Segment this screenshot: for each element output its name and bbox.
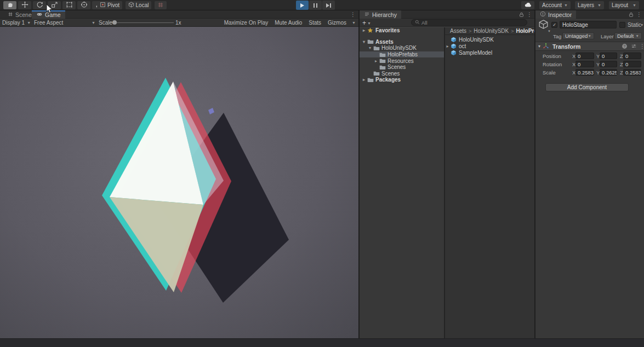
pane-menu-icon[interactable]: ⋮ bbox=[636, 12, 642, 18]
project-folder-item[interactable]: ▸Packages bbox=[360, 77, 444, 83]
foldout-open-icon[interactable]: ▾ bbox=[538, 44, 540, 49]
project-folder-item[interactable]: ▾HoloUnitySDK bbox=[360, 45, 444, 51]
chevron-down-icon: ▼ bbox=[632, 3, 636, 7]
tab-scene[interactable]: Scene bbox=[3, 10, 36, 19]
account-dropdown[interactable]: Account▼ bbox=[539, 1, 571, 9]
rotation-label: Rotation bbox=[543, 61, 562, 67]
prefab-icon bbox=[450, 37, 457, 43]
multi-transform-tool-button[interactable] bbox=[77, 1, 90, 9]
position-z-field[interactable]: 0 bbox=[623, 53, 641, 59]
account-label: Account bbox=[542, 2, 562, 8]
layout-dropdown[interactable]: Layout▼ bbox=[609, 1, 639, 9]
local-label: Local bbox=[136, 2, 149, 8]
pane-menu-icon[interactable]: ⋮ bbox=[350, 12, 356, 18]
hand-tool-button[interactable] bbox=[3, 1, 16, 9]
presets-icon[interactable] bbox=[631, 42, 637, 51]
rotate-tool-button[interactable] bbox=[33, 1, 46, 9]
scene-game-tabrow: Scene Game ⋮ bbox=[0, 10, 358, 19]
scale-z-field[interactable]: 0.2583 bbox=[623, 69, 641, 76]
gizmos-dropdown[interactable]: Gizmos bbox=[324, 20, 350, 26]
create-object-button[interactable]: +▼ bbox=[362, 19, 371, 27]
mute-audio-button[interactable]: Mute Audio bbox=[271, 20, 305, 26]
project-folder-item[interactable]: ▸Favorites bbox=[360, 27, 444, 34]
scale-y-field[interactable]: 0.2625 bbox=[600, 69, 617, 76]
asset-item-label: HoloUnitySDK bbox=[459, 37, 494, 43]
scale-x-field[interactable]: 0.25833 bbox=[575, 69, 594, 76]
scale-slider-track[interactable] bbox=[112, 22, 174, 23]
folder-icon bbox=[367, 39, 374, 44]
project-folder-item[interactable]: ▸Resources bbox=[360, 57, 444, 64]
foldout-closed-icon[interactable]: ▸ bbox=[373, 59, 379, 63]
component-menu-icon[interactable]: ⋮ bbox=[640, 44, 644, 49]
step-button[interactable] bbox=[322, 1, 335, 10]
gameobject-cube-icon[interactable]: ▼ bbox=[538, 19, 549, 32]
project-folder-item[interactable]: Scenes bbox=[360, 64, 444, 71]
inspector-pane: Inspector ⋮ ▼ ✓ HoloStage Static ▼ Tag U… bbox=[535, 10, 644, 338]
foldout-closed-icon[interactable]: ▸ bbox=[361, 28, 367, 33]
position-x-field[interactable]: 0 bbox=[575, 53, 594, 59]
active-checkbox[interactable]: ✓ bbox=[551, 22, 557, 28]
cloud-icon bbox=[525, 2, 532, 9]
scale-slider-knob[interactable] bbox=[112, 20, 117, 25]
breadcrumb-separator-icon: > bbox=[469, 28, 471, 34]
project-folder-tree: ▸Favorites▾Assets▾HoloUnitySDKHoloPrefab… bbox=[360, 27, 444, 338]
position-label: Position bbox=[543, 53, 561, 59]
breadcrumb-segment[interactable]: HoloUnitySDK bbox=[474, 28, 509, 34]
stats-button[interactable]: Stats bbox=[305, 20, 324, 26]
chevron-down-icon[interactable]: ▼ bbox=[352, 21, 356, 25]
breadcrumb-segment[interactable]: Assets bbox=[450, 28, 466, 34]
asset-item[interactable]: SampleModel bbox=[445, 49, 534, 56]
gameobject-name-field[interactable]: HoloStage bbox=[560, 21, 617, 28]
move-tool-icon bbox=[21, 1, 29, 10]
aspect-dropdown[interactable]: Free Aspect▼ bbox=[34, 19, 95, 26]
play-button[interactable] bbox=[296, 1, 309, 10]
display-dropdown[interactable]: Display 1▼ bbox=[2, 19, 31, 26]
hierarchy-tabrow: Hierarchy ⋮ bbox=[360, 10, 534, 19]
hierarchy-search-input[interactable]: All bbox=[411, 19, 527, 26]
game-view-toolbar: Display 1▼ Free Aspect▼ Scale 1x Maximiz… bbox=[0, 19, 358, 27]
rotation-z-field[interactable]: 0 bbox=[623, 61, 641, 67]
pane-menu-icon[interactable]: ⋮ bbox=[527, 12, 532, 18]
transform-component-header[interactable]: ▾ Transform ? ⋮ bbox=[535, 42, 644, 51]
lock-icon[interactable] bbox=[628, 10, 634, 20]
tab-inspector[interactable]: Inspector bbox=[535, 10, 576, 19]
help-icon[interactable]: ? bbox=[622, 42, 628, 51]
rect-tool-button[interactable] bbox=[62, 1, 76, 9]
cloud-collab-button[interactable] bbox=[521, 1, 534, 9]
maximize-on-play-button[interactable]: Maximize On Play bbox=[221, 20, 272, 26]
chevron-down-icon[interactable]: ▼ bbox=[640, 23, 643, 27]
game-toolbar-right-group: Maximize On Play Mute Audio Stats Gizmos bbox=[221, 19, 350, 26]
asset-item[interactable]: HoloUnitySDK bbox=[445, 36, 534, 43]
tab-hierarchy[interactable]: Hierarchy bbox=[360, 10, 401, 19]
project-content-area: Assets>HoloUnitySDK>HoloPrefabs HoloUnit… bbox=[445, 27, 534, 338]
rotation-y-field[interactable]: 0 bbox=[600, 61, 617, 67]
move-tool-button[interactable] bbox=[18, 1, 31, 9]
game-render-viewport[interactable] bbox=[0, 27, 358, 338]
tab-hierarchy-label: Hierarchy bbox=[372, 11, 397, 18]
rotate-tool-icon bbox=[36, 1, 43, 10]
project-folder-item[interactable]: HoloPrefabs bbox=[360, 51, 444, 58]
tag-dropdown[interactable]: Untagged▼ bbox=[562, 32, 594, 39]
layers-dropdown[interactable]: Layers▼ bbox=[575, 1, 604, 9]
lock-icon[interactable] bbox=[518, 10, 525, 20]
pivot-toggle-button[interactable]: Pivot bbox=[97, 1, 122, 9]
project-folder-item[interactable]: Scenes bbox=[360, 71, 444, 77]
asset-item[interactable]: ▸oct bbox=[445, 43, 534, 49]
foldout-open-icon[interactable]: ▾ bbox=[361, 39, 367, 44]
project-folder-item-label: Packages bbox=[375, 77, 401, 83]
grid-snap-toggle-button[interactable] bbox=[155, 1, 167, 9]
layer-dropdown[interactable]: Default▼ bbox=[614, 32, 642, 39]
foldout-open-icon[interactable]: ▾ bbox=[367, 45, 373, 50]
tag-layer-row: Tag Untagged▼ Layer Default▼ bbox=[535, 32, 644, 41]
position-y-field[interactable]: 0 bbox=[600, 53, 617, 59]
foldout-closed-icon[interactable]: ▸ bbox=[361, 77, 367, 82]
add-component-button[interactable]: Add Component bbox=[545, 83, 629, 91]
project-folder-item[interactable]: ▾Assets bbox=[360, 39, 444, 45]
rotation-x-field[interactable]: 0 bbox=[575, 61, 594, 67]
multi-transform-tool-icon bbox=[81, 1, 88, 10]
local-toggle-button[interactable]: Local bbox=[126, 1, 151, 9]
pause-button[interactable] bbox=[309, 1, 322, 10]
static-checkbox[interactable] bbox=[619, 22, 625, 28]
foldout-closed-icon[interactable]: ▸ bbox=[445, 44, 450, 49]
tag-label: Tag bbox=[553, 33, 561, 39]
